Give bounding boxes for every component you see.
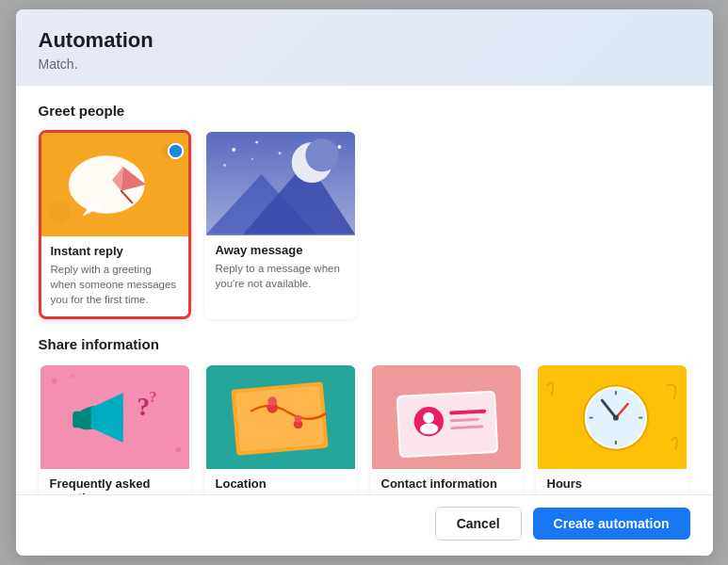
svg-rect-26: [73, 411, 91, 428]
card-faq[interactable]: ? ? Frequently asked questions Suggest q…: [39, 363, 191, 494]
cancel-button[interactable]: Cancel: [435, 507, 522, 541]
modal-body: Greet people: [16, 86, 713, 494]
svg-point-17: [337, 145, 341, 149]
modal-subtitle: Match.: [39, 56, 690, 72]
card-hours-image: [538, 365, 687, 469]
svg-point-22: [71, 374, 74, 378]
create-automation-button[interactable]: Create automation: [533, 508, 690, 540]
section-greet-title: Greet people: [39, 103, 690, 119]
svg-point-2: [48, 201, 70, 222]
card-contact[interactable]: Contact information Reply to a message a…: [370, 363, 523, 494]
card-location-info: Location Reply to a message asking for y…: [206, 469, 355, 494]
card-instant-reply-title: Instant reply: [51, 244, 179, 258]
svg-point-15: [255, 141, 258, 144]
card-location-image: [206, 365, 355, 469]
automation-modal: Automation Match. Greet people: [16, 9, 713, 556]
share-cards-row: ? ? Frequently asked questions Suggest q…: [39, 363, 690, 494]
svg-point-34: [267, 396, 277, 406]
modal-title: Automation: [39, 28, 690, 53]
card-contact-info: Contact information Reply to a message a…: [372, 469, 521, 494]
svg-point-18: [223, 164, 226, 167]
card-hours-info: Hours Reply to a message asking for your…: [538, 469, 687, 494]
card-contact-image: [372, 365, 521, 469]
card-away-message-title: Away message: [216, 243, 346, 257]
greet-cards-row: Instant reply Reply with a greeting when…: [39, 130, 690, 319]
modal-header: Automation Match.: [16, 9, 713, 86]
svg-point-37: [294, 414, 301, 422]
card-faq-info: Frequently asked questions Suggest quest…: [40, 469, 189, 494]
svg-point-21: [51, 378, 57, 383]
card-away-message[interactable]: Away message Reply to a message when you…: [204, 130, 357, 319]
modal-overlay: Automation Match. Greet people: [0, 0, 728, 565]
svg-point-8: [168, 144, 182, 158]
card-location[interactable]: Location Reply to a message asking for y…: [204, 363, 357, 494]
svg-point-19: [251, 158, 252, 160]
card-away-message-image: [206, 132, 355, 235]
card-hours-title: Hours: [547, 476, 677, 491]
card-location-title: Location: [216, 476, 346, 491]
card-faq-image: ? ?: [40, 365, 189, 469]
card-away-message-desc: Reply to a message when you're not avail…: [216, 261, 346, 291]
svg-point-16: [278, 152, 281, 154]
card-instant-reply[interactable]: Instant reply Reply with a greeting when…: [39, 130, 191, 319]
svg-text:?: ?: [149, 387, 157, 406]
svg-rect-40: [397, 392, 496, 456]
modal-footer: Cancel Create automation: [16, 494, 713, 556]
svg-point-14: [232, 148, 235, 152]
svg-point-56: [612, 414, 618, 420]
card-instant-reply-image: [41, 133, 188, 236]
svg-point-23: [175, 446, 181, 452]
card-away-message-info: Away message Reply to a message when you…: [206, 235, 355, 300]
card-contact-title: Contact information: [381, 476, 511, 491]
card-instant-reply-info: Instant reply Reply with a greeting when…: [41, 236, 188, 316]
card-hours[interactable]: Hours Reply to a message asking for your…: [536, 363, 688, 494]
svg-point-13: [305, 138, 338, 171]
section-share-title: Share information: [39, 336, 690, 352]
card-faq-title: Frequently asked questions: [50, 476, 180, 494]
svg-text:?: ?: [137, 392, 150, 420]
card-instant-reply-desc: Reply with a greeting when someone messa…: [51, 262, 179, 307]
